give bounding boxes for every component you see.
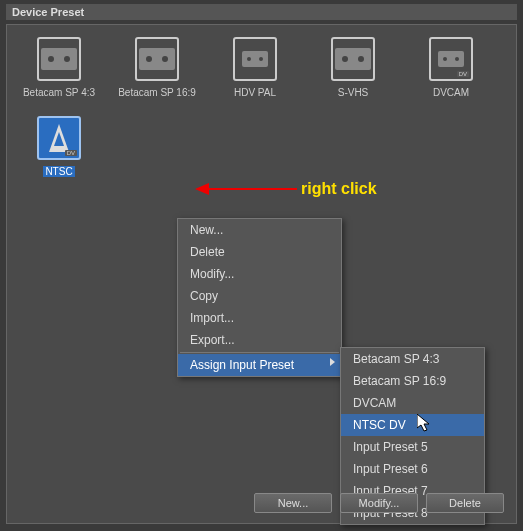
- tape-icon: DV: [429, 37, 473, 81]
- annotation: right click: [207, 180, 377, 198]
- submenu-item[interactable]: Betacam SP 16:9: [341, 370, 484, 392]
- tape-icon: [233, 37, 277, 81]
- tape-icon: [37, 37, 81, 81]
- menu-separator: [180, 352, 339, 353]
- submenu-item[interactable]: Input Preset 6: [341, 458, 484, 480]
- preset-label: Betacam SP 4:3: [23, 87, 95, 98]
- preset-label: HDV PAL: [234, 87, 276, 98]
- new-button[interactable]: New...: [254, 493, 332, 513]
- delete-button[interactable]: Delete: [426, 493, 504, 513]
- menu-delete[interactable]: Delete: [178, 241, 341, 263]
- preset-betacam-16-9[interactable]: Betacam SP 16:9: [117, 37, 197, 98]
- preset-label: DVCAM: [433, 87, 469, 98]
- tape-icon: [135, 37, 179, 81]
- submenu-item-ntsc-dv[interactable]: NTSC DV: [341, 414, 484, 436]
- arrow-icon: [207, 188, 297, 190]
- context-menu: New... Delete Modify... Copy Import... E…: [177, 218, 342, 377]
- dv-badge: DV: [65, 150, 77, 156]
- annotation-text: right click: [301, 180, 377, 198]
- dv-badge: DV: [457, 71, 469, 77]
- menu-copy[interactable]: Copy: [178, 285, 341, 307]
- preset-hdv-pal[interactable]: HDV PAL: [215, 37, 295, 98]
- menu-import[interactable]: Import...: [178, 307, 341, 329]
- preset-dvcam[interactable]: DV DVCAM: [411, 37, 491, 98]
- submenu-item[interactable]: Betacam SP 4:3: [341, 348, 484, 370]
- tower-icon: DV: [37, 116, 81, 160]
- button-row: New... Modify... Delete: [254, 493, 504, 513]
- modify-button[interactable]: Modify...: [340, 493, 418, 513]
- menu-new[interactable]: New...: [178, 219, 341, 241]
- menu-export[interactable]: Export...: [178, 329, 341, 351]
- tape-icon: [331, 37, 375, 81]
- preset-svhs[interactable]: S-VHS: [313, 37, 393, 98]
- submenu-item[interactable]: DVCAM: [341, 392, 484, 414]
- device-preset-panel: Betacam SP 4:3 Betacam SP 16:9 HDV PAL S…: [6, 24, 517, 524]
- preset-betacam-4-3[interactable]: Betacam SP 4:3: [19, 37, 99, 98]
- menu-assign-input-preset[interactable]: Assign Input Preset: [178, 354, 341, 376]
- menu-label: Assign Input Preset: [190, 358, 294, 372]
- preset-label: NTSC: [43, 166, 74, 177]
- chevron-right-icon: [330, 358, 335, 366]
- preset-ntsc-dv[interactable]: DV NTSC: [19, 116, 99, 177]
- preset-label: Betacam SP 16:9: [118, 87, 196, 98]
- panel-title: Device Preset: [6, 4, 517, 20]
- menu-modify[interactable]: Modify...: [178, 263, 341, 285]
- preset-label: S-VHS: [338, 87, 369, 98]
- submenu-item[interactable]: Input Preset 5: [341, 436, 484, 458]
- preset-grid: Betacam SP 4:3 Betacam SP 16:9 HDV PAL S…: [19, 37, 504, 177]
